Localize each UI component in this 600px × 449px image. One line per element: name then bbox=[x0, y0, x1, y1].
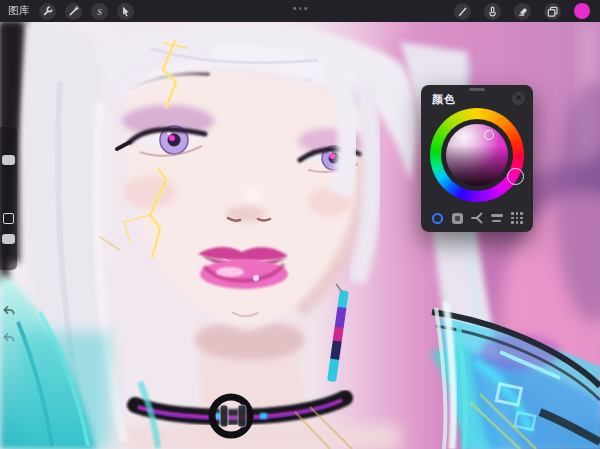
top-toolbar: 图库 S bbox=[0, 0, 600, 22]
color-panel-title: 颜色 bbox=[432, 92, 456, 107]
multitask-dots-icon[interactable] bbox=[293, 7, 307, 10]
gallery-button[interactable]: 图库 bbox=[8, 4, 30, 18]
erase-button[interactable] bbox=[514, 3, 531, 20]
transform-button[interactable] bbox=[117, 3, 134, 20]
close-icon[interactable]: ✕ bbox=[512, 92, 525, 105]
tab-disc[interactable] bbox=[429, 210, 445, 226]
hue-selector[interactable] bbox=[507, 168, 524, 185]
selection-button[interactable]: S bbox=[91, 3, 108, 20]
selection-s-icon: S bbox=[93, 5, 106, 18]
color-swatch-button[interactable] bbox=[574, 3, 590, 19]
opacity-handle[interactable] bbox=[2, 234, 15, 244]
disc-mode-icon bbox=[432, 213, 443, 224]
undo-button[interactable] bbox=[1, 303, 16, 318]
classic-mode-icon bbox=[452, 213, 463, 224]
undo-arrow-icon bbox=[1, 303, 16, 318]
eraser-icon bbox=[516, 5, 529, 18]
layers-button[interactable] bbox=[544, 3, 561, 20]
tab-classic[interactable] bbox=[449, 210, 465, 226]
color-mode-tabs bbox=[429, 210, 525, 226]
brush-sidebar bbox=[0, 127, 17, 270]
saturation-brightness-disc[interactable] bbox=[446, 124, 508, 186]
brush-icon bbox=[456, 5, 469, 18]
opacity-slider[interactable] bbox=[0, 227, 17, 270]
wrench-icon bbox=[41, 5, 54, 18]
layers-icon bbox=[546, 5, 559, 18]
color-panel-header: 颜色 ✕ bbox=[421, 85, 533, 107]
transform-arrow-icon bbox=[119, 5, 132, 18]
app-window: 图库 S bbox=[0, 0, 600, 449]
disc-selector[interactable] bbox=[484, 130, 494, 140]
modify-button[interactable] bbox=[3, 213, 14, 224]
harmony-mode-icon bbox=[470, 211, 484, 225]
brush-size-handle[interactable] bbox=[2, 155, 15, 165]
smudge-button[interactable] bbox=[484, 3, 501, 20]
actions-button[interactable] bbox=[39, 3, 56, 20]
color-panel: 颜色 ✕ bbox=[421, 85, 533, 232]
svg-text:S: S bbox=[97, 6, 102, 16]
paint-button[interactable] bbox=[454, 3, 471, 20]
value-mode-icon bbox=[491, 214, 503, 222]
magic-wand-icon bbox=[67, 5, 80, 18]
redo-arrow-icon bbox=[1, 330, 16, 345]
brush-size-slider[interactable] bbox=[0, 127, 17, 207]
hue-ring[interactable] bbox=[430, 108, 524, 202]
tab-palettes[interactable] bbox=[509, 210, 525, 226]
tab-harmony[interactable] bbox=[469, 210, 485, 226]
redo-button[interactable] bbox=[1, 330, 16, 345]
adjustments-button[interactable] bbox=[65, 3, 82, 20]
tab-value[interactable] bbox=[489, 210, 505, 226]
smudge-finger-icon bbox=[486, 5, 499, 18]
palettes-mode-icon bbox=[511, 212, 523, 224]
